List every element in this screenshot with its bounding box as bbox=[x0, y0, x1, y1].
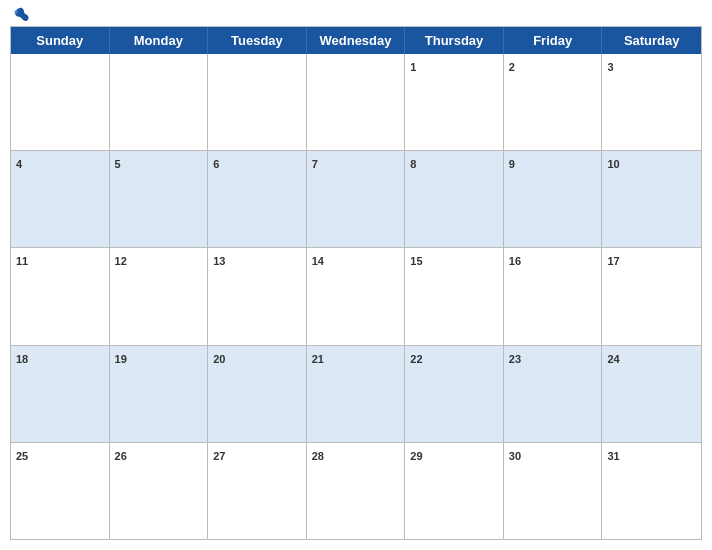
day-number: 20 bbox=[213, 353, 225, 365]
week-row-3: 11121314151617 bbox=[11, 247, 701, 344]
day-number: 8 bbox=[410, 158, 416, 170]
day-number: 27 bbox=[213, 450, 225, 462]
day-number: 14 bbox=[312, 255, 324, 267]
day-cell: 5 bbox=[110, 151, 209, 247]
day-header-friday: Friday bbox=[504, 27, 603, 54]
day-cell: 21 bbox=[307, 346, 406, 442]
day-cell: 20 bbox=[208, 346, 307, 442]
day-number: 26 bbox=[115, 450, 127, 462]
logo bbox=[10, 6, 30, 24]
day-cell bbox=[307, 54, 406, 150]
week-row-5: 25262728293031 bbox=[11, 442, 701, 539]
day-number: 11 bbox=[16, 255, 28, 267]
day-cell: 28 bbox=[307, 443, 406, 539]
day-cell: 3 bbox=[602, 54, 701, 150]
day-number: 23 bbox=[509, 353, 521, 365]
day-cell: 24 bbox=[602, 346, 701, 442]
day-cell: 17 bbox=[602, 248, 701, 344]
day-cell: 1 bbox=[405, 54, 504, 150]
day-cell: 25 bbox=[11, 443, 110, 539]
day-cell: 2 bbox=[504, 54, 603, 150]
day-cell: 13 bbox=[208, 248, 307, 344]
week-row-4: 18192021222324 bbox=[11, 345, 701, 442]
day-cell: 16 bbox=[504, 248, 603, 344]
day-number: 25 bbox=[16, 450, 28, 462]
logo-bird-icon bbox=[12, 6, 30, 24]
day-number: 13 bbox=[213, 255, 225, 267]
day-number: 18 bbox=[16, 353, 28, 365]
day-cell: 9 bbox=[504, 151, 603, 247]
day-number: 22 bbox=[410, 353, 422, 365]
day-cell: 12 bbox=[110, 248, 209, 344]
day-header-tuesday: Tuesday bbox=[208, 27, 307, 54]
day-number: 19 bbox=[115, 353, 127, 365]
week-row-1: 123 bbox=[11, 54, 701, 150]
day-cell: 29 bbox=[405, 443, 504, 539]
day-number: 5 bbox=[115, 158, 121, 170]
day-cell bbox=[208, 54, 307, 150]
day-cell bbox=[11, 54, 110, 150]
day-cell: 7 bbox=[307, 151, 406, 247]
week-row-2: 45678910 bbox=[11, 150, 701, 247]
day-headers: SundayMondayTuesdayWednesdayThursdayFrid… bbox=[11, 27, 701, 54]
calendar-header bbox=[10, 10, 702, 20]
day-cell: 4 bbox=[11, 151, 110, 247]
day-number: 17 bbox=[607, 255, 619, 267]
day-cell: 6 bbox=[208, 151, 307, 247]
day-cell: 22 bbox=[405, 346, 504, 442]
day-number: 4 bbox=[16, 158, 22, 170]
day-number: 3 bbox=[607, 61, 613, 73]
day-cell: 11 bbox=[11, 248, 110, 344]
day-number: 2 bbox=[509, 61, 515, 73]
day-number: 9 bbox=[509, 158, 515, 170]
calendar: SundayMondayTuesdayWednesdayThursdayFrid… bbox=[10, 26, 702, 540]
day-cell: 23 bbox=[504, 346, 603, 442]
day-header-thursday: Thursday bbox=[405, 27, 504, 54]
day-header-sunday: Sunday bbox=[11, 27, 110, 54]
day-cell: 18 bbox=[11, 346, 110, 442]
day-header-saturday: Saturday bbox=[602, 27, 701, 54]
day-number: 10 bbox=[607, 158, 619, 170]
day-number: 31 bbox=[607, 450, 619, 462]
day-cell: 31 bbox=[602, 443, 701, 539]
day-number: 16 bbox=[509, 255, 521, 267]
day-number: 7 bbox=[312, 158, 318, 170]
day-number: 28 bbox=[312, 450, 324, 462]
day-cell: 19 bbox=[110, 346, 209, 442]
day-cell bbox=[110, 54, 209, 150]
day-header-monday: Monday bbox=[110, 27, 209, 54]
day-number: 29 bbox=[410, 450, 422, 462]
day-cell: 14 bbox=[307, 248, 406, 344]
day-number: 12 bbox=[115, 255, 127, 267]
day-cell: 10 bbox=[602, 151, 701, 247]
day-number: 30 bbox=[509, 450, 521, 462]
day-cell: 8 bbox=[405, 151, 504, 247]
day-header-wednesday: Wednesday bbox=[307, 27, 406, 54]
day-number: 6 bbox=[213, 158, 219, 170]
day-cell: 30 bbox=[504, 443, 603, 539]
day-number: 1 bbox=[410, 61, 416, 73]
day-cell: 27 bbox=[208, 443, 307, 539]
day-cell: 15 bbox=[405, 248, 504, 344]
day-number: 15 bbox=[410, 255, 422, 267]
weeks: 1234567891011121314151617181920212223242… bbox=[11, 54, 701, 539]
day-number: 24 bbox=[607, 353, 619, 365]
day-cell: 26 bbox=[110, 443, 209, 539]
day-number: 21 bbox=[312, 353, 324, 365]
